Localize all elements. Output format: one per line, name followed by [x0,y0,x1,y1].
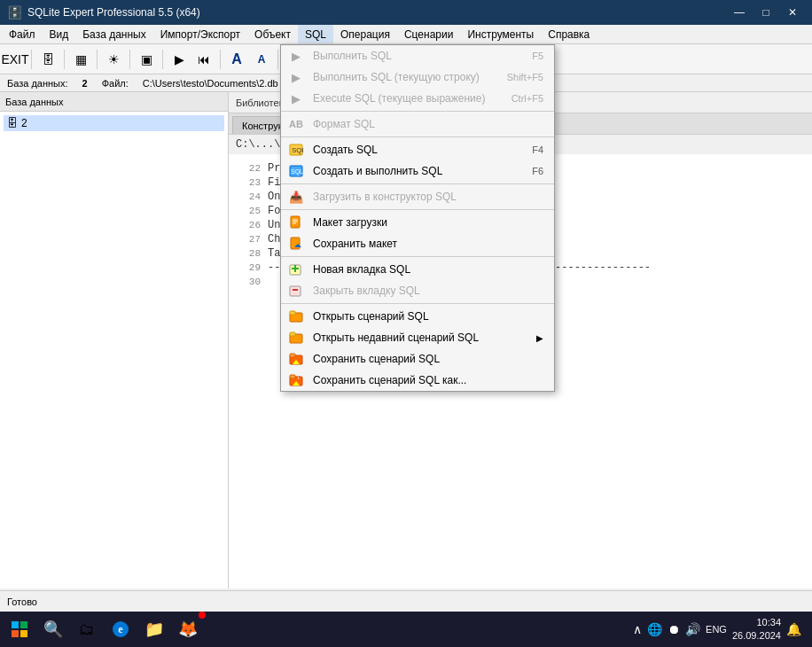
sep-5 [281,256,554,257]
exec-sql-expr-label: Execute SQL (текущее выражение) [313,92,485,105]
menu-load-constructor[interactable]: 📥 Загрузить в конструктор SQL [281,186,554,207]
svg-text:SQL: SQL [292,146,303,154]
open-scenario-label: Открыть сценарий SQL [313,310,429,323]
exec-sql-cur-shortcut: Shift+F5 [507,72,543,82]
save-scenario-label: Сохранить сценарий SQL [313,353,440,365]
create-exec-sql-label: Создать и выполнить SQL [313,165,442,177]
menu-create-sql[interactable]: SQL Создать SQL F4 [281,139,554,160]
exec-sql-cur-icon: ▶ [286,67,306,87]
sep-2 [281,136,554,137]
menu-open-scenario[interactable]: Открыть сценарий SQL [281,306,554,327]
sep-4 [281,209,554,210]
sql-dropdown-menu: ▶ Выполнить SQL F5 ▶ Выполнить SQL (теку… [280,44,555,392]
open-recent-scenario-icon [286,328,306,347]
menu-save-scenario-as[interactable]: + Сохранить сценарий SQL как... [281,370,554,391]
exec-sql-cur-label: Выполнить SQL (текущую строку) [313,71,480,83]
menu-open-recent-scenario[interactable]: Открыть недавний сценарий SQL ▶ [281,327,554,348]
exec-sql-icon: ▶ [286,46,306,66]
format-sql-icon: AB [286,114,306,134]
submenu-arrow: ▶ [536,333,543,343]
svg-text:+: + [297,375,301,380]
sep-6 [281,303,554,304]
exec-sql-label: Выполнить SQL [313,50,392,62]
svg-text:SQL: SQL [291,168,303,175]
save-scenario-as-label: Сохранить сценарий SQL как... [313,374,466,386]
menu-exec-sql[interactable]: ▶ Выполнить SQL F5 [281,45,554,66]
svg-rect-26 [290,354,295,357]
create-sql-label: Создать SQL [313,144,378,156]
save-scenario-icon [286,349,306,369]
new-sql-tab-label: Новая вкладка SQL [313,263,410,276]
load-constructor-label: Загрузить в конструктор SQL [313,191,457,203]
exec-sql-shortcut: F5 [532,51,543,61]
svg-rect-14 [291,238,300,249]
save-scenario-as-icon: + [286,370,306,390]
save-template-icon [286,234,306,253]
load-template-label: Макет загрузки [313,216,387,229]
new-sql-tab-icon [286,260,306,279]
menu-exec-sql-cur[interactable]: ▶ Выполнить SQL (текущую строку) Shift+F… [281,66,554,88]
svg-rect-22 [290,311,295,315]
menu-exec-sql-expr[interactable]: ▶ Execute SQL (текущее выражение) Ctrl+F… [281,88,554,109]
sep-3 [281,183,554,184]
dropdown-overlay[interactable]: ▶ Выполнить SQL F5 ▶ Выполнить SQL (теку… [0,0,812,647]
menu-save-template[interactable]: Сохранить макет [281,233,554,254]
menu-save-scenario[interactable]: Сохранить сценарий SQL [281,348,554,370]
menu-format-sql[interactable]: AB Формат SQL [281,113,554,135]
menu-new-sql-tab[interactable]: Новая вкладка SQL [281,259,554,280]
create-sql-icon: SQL [286,140,306,160]
format-sql-label: Формат SQL [313,118,375,130]
create-exec-sql-icon: SQL [286,161,306,181]
close-sql-tab-icon [286,281,306,300]
sep-1 [281,111,554,112]
close-sql-tab-label: Закрыть вкладку SQL [313,285,420,297]
create-exec-sql-shortcut: F6 [532,166,543,176]
exec-sql-expr-icon: ▶ [286,89,306,108]
exec-sql-expr-shortcut: Ctrl+F5 [511,93,543,104]
open-recent-label: Открыть недавний сценарий SQL [313,331,479,344]
open-scenario-icon [286,307,306,326]
create-sql-shortcut: F4 [532,144,543,155]
menu-close-sql-tab[interactable]: Закрыть вкладку SQL [281,280,554,301]
menu-load-template[interactable]: Макет загрузки [281,212,554,233]
load-constructor-icon: 📥 [286,187,306,207]
load-template-icon [286,213,306,232]
svg-rect-19 [290,286,301,296]
svg-rect-29 [290,375,295,378]
svg-rect-24 [290,332,295,336]
save-template-label: Сохранить макет [313,238,397,250]
menu-create-exec-sql[interactable]: SQL Создать и выполнить SQL F6 [281,160,554,182]
